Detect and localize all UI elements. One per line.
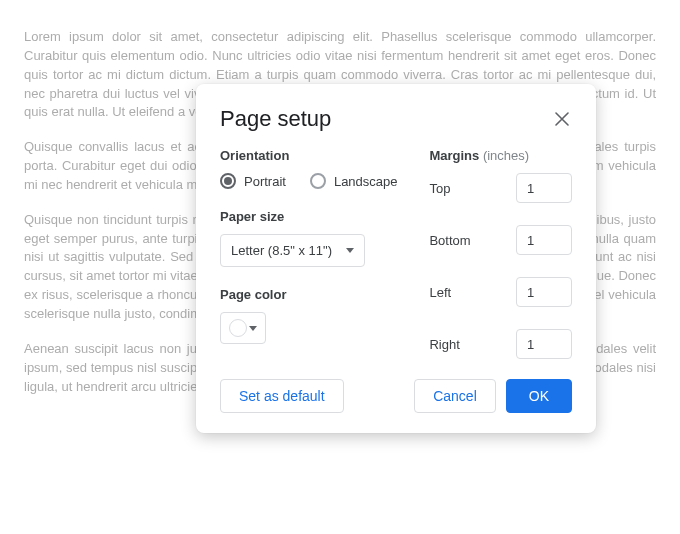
select-value: Letter (8.5" x 11") bbox=[231, 243, 332, 258]
margin-right-label: Right bbox=[429, 337, 459, 352]
ok-button[interactable]: OK bbox=[506, 379, 572, 413]
paper-size-select[interactable]: Letter (8.5" x 11") bbox=[220, 234, 365, 267]
margin-bottom-label: Bottom bbox=[429, 233, 470, 248]
page-color-picker[interactable] bbox=[220, 312, 266, 344]
margin-left-label: Left bbox=[429, 285, 451, 300]
paper-size-label: Paper size bbox=[220, 209, 401, 224]
radio-icon bbox=[310, 173, 326, 189]
margins-label: Margins (inches) bbox=[429, 148, 572, 163]
cancel-button[interactable]: Cancel bbox=[414, 379, 496, 413]
radio-label: Portrait bbox=[244, 174, 286, 189]
color-swatch-icon bbox=[229, 319, 247, 337]
orientation-portrait-radio[interactable]: Portrait bbox=[220, 173, 286, 189]
orientation-label: Orientation bbox=[220, 148, 401, 163]
margin-top-label: Top bbox=[429, 181, 450, 196]
close-icon[interactable] bbox=[552, 109, 572, 129]
set-default-button[interactable]: Set as default bbox=[220, 379, 344, 413]
orientation-landscape-radio[interactable]: Landscape bbox=[310, 173, 398, 189]
chevron-down-icon bbox=[249, 326, 257, 331]
dialog-title: Page setup bbox=[220, 106, 331, 132]
page-setup-dialog: Page setup Orientation Portrait Landscap… bbox=[196, 84, 596, 433]
page-color-label: Page color bbox=[220, 287, 401, 302]
radio-label: Landscape bbox=[334, 174, 398, 189]
chevron-down-icon bbox=[346, 248, 354, 253]
radio-icon bbox=[220, 173, 236, 189]
margin-right-input[interactable] bbox=[516, 329, 572, 359]
margin-top-input[interactable] bbox=[516, 173, 572, 203]
margin-left-input[interactable] bbox=[516, 277, 572, 307]
margin-bottom-input[interactable] bbox=[516, 225, 572, 255]
